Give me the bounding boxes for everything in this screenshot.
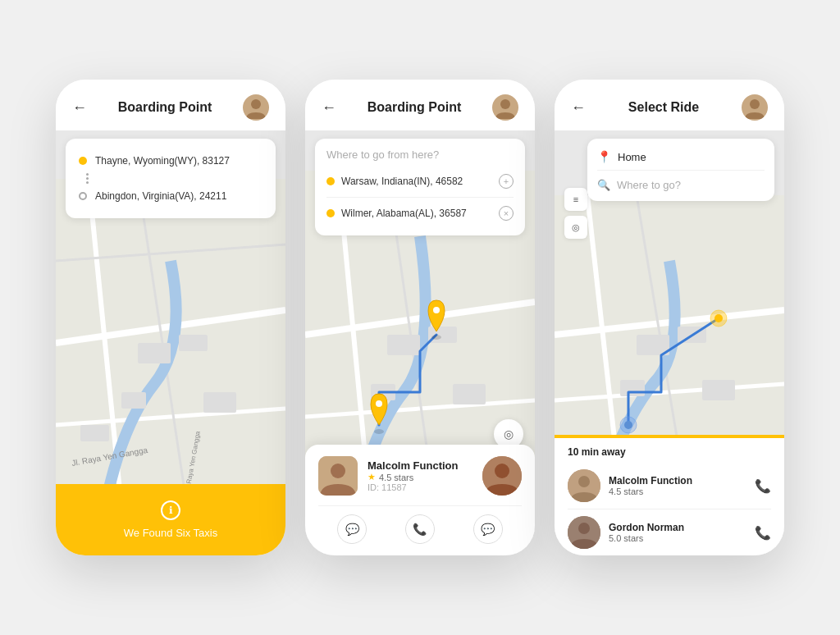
phone3-header: ← Select Ride — [555, 80, 784, 130]
waypoint-row-2: Wilmer, Alabama(AL), 36587 × — [326, 201, 514, 226]
phone2-search-placeholder: Where to go from here? — [326, 148, 514, 161]
phone3-search-icon: 🔍 — [597, 179, 610, 191]
driver2-name: Gordon Norman — [609, 522, 746, 533]
found-taxis-label: We Found Six Taxis — [124, 527, 217, 539]
svg-rect-12 — [203, 392, 236, 413]
phone2-avatar — [492, 94, 518, 121]
phone1-title: Boarding Point — [118, 100, 212, 115]
waypoint2-dot — [326, 209, 335, 217]
phone2-map: Jl. Raya Yen Gangga Where to go from her… — [305, 130, 535, 555]
waypoint2-remove-button[interactable]: × — [499, 206, 514, 221]
waypoint2-text: Wilmer, Alabama(AL), 36587 — [341, 208, 467, 219]
driver-photo — [318, 456, 358, 496]
svg-rect-23 — [428, 327, 457, 343]
svg-point-26 — [374, 429, 384, 434]
phone3-search-row[interactable]: 🔍 Where to go? — [597, 174, 765, 193]
phone3-title: Select Ride — [628, 100, 699, 115]
svg-rect-13 — [80, 425, 109, 441]
svg-point-53 — [578, 523, 590, 534]
phone1-avatar — [243, 94, 269, 121]
driver1-stars: 4.5 stars — [609, 487, 746, 496]
driver2-photo — [568, 516, 600, 549]
driver2-stars: 5.0 stars — [609, 533, 746, 543]
waypoint-row-1: Warsaw, Indiana(IN), 46582 + — [326, 169, 514, 194]
svg-rect-43 — [620, 380, 645, 396]
phone2-back-button[interactable]: ← — [322, 99, 336, 116]
time-away-label: 10 min away — [555, 438, 784, 463]
phone3-driver-list: 10 min away Malcolm Function 4.5 stars 📞 — [555, 435, 784, 555]
waypoint1-add-button[interactable]: + — [499, 174, 514, 189]
route-connector — [86, 173, 89, 184]
driver1-call-button[interactable]: 📞 — [755, 478, 771, 494]
phone3-map: Jl. Raya Yen Gangga ≡ ◎ 📍 Home 🔍 Where t… — [555, 130, 784, 555]
location-row-1: Thayne, Wyoming(WY), 83127 — [79, 150, 262, 171]
driver2-call-button[interactable]: 📞 — [755, 525, 771, 541]
phone-3: ← Select Ride — [555, 80, 784, 555]
origin-text: Thayne, Wyoming(WY), 83127 — [95, 155, 230, 167]
driver2-info: Gordon Norman 5.0 stars — [609, 522, 746, 543]
dest-text: Abingdon, Virginia(VA), 24211 — [95, 190, 226, 202]
driver-name: Malcolm Function — [368, 459, 472, 472]
chat-icon-right[interactable]: 💬 — [473, 514, 503, 544]
svg-point-0 — [251, 99, 261, 109]
svg-point-29 — [433, 307, 440, 313]
svg-point-35 — [750, 99, 760, 109]
driver-details: Malcolm Function ★ 4.5 stars ID: 11587 — [368, 459, 472, 492]
chat-icon-left[interactable]: 💬 — [337, 514, 367, 544]
passenger-photo — [482, 456, 522, 496]
phones-container: ← Boarding Point — [23, 47, 817, 588]
phone3-search-panel: 📍 Home 🔍 Where to go? — [587, 139, 774, 201]
svg-point-32 — [331, 464, 345, 478]
driver-list-item-2: Gordon Norman 5.0 stars 📞 — [555, 509, 784, 555]
dest-dot — [79, 192, 87, 200]
phone3-sidebar: ≡ ◎ — [564, 139, 587, 239]
star-icon: ★ — [368, 472, 376, 482]
driver-id: ID: 11587 — [368, 482, 472, 492]
phone2-header: ← Boarding Point — [305, 80, 535, 130]
waypoint1-text: Warsaw, Indiana(IN), 46582 — [341, 176, 463, 187]
svg-point-28 — [431, 335, 441, 340]
phone2-title: Boarding Point — [368, 100, 462, 115]
call-icon-center[interactable]: 📞 — [405, 514, 435, 544]
driver-actions: 💬 📞 💬 — [318, 505, 522, 544]
driver1-info: Malcolm Function 4.5 stars — [609, 475, 746, 496]
origin-dot — [79, 157, 87, 165]
svg-point-27 — [376, 400, 382, 407]
phone1-map: Jl. Raya Yen Gangga Jl. Raya Yen Gangga … — [56, 130, 285, 555]
driver1-photo — [568, 469, 600, 502]
phone-2: ← Boarding Point — [305, 80, 535, 555]
phone1-back-button[interactable]: ← — [72, 99, 87, 116]
svg-rect-9 — [138, 343, 171, 363]
svg-point-46 — [624, 421, 632, 429]
phone3-back-button[interactable]: ← — [571, 99, 586, 116]
location-row-2: Abingdon, Virginia(VA), 24211 — [79, 185, 262, 207]
location-target-button[interactable]: ◎ — [564, 216, 587, 239]
driver-list-item-1: Malcolm Function 4.5 stars 📞 — [555, 463, 784, 509]
home-location-row: 📍 Home — [597, 147, 765, 167]
phone1-found-taxis-button[interactable]: ℹ We Found Six Taxis — [56, 484, 285, 555]
svg-rect-11 — [121, 392, 146, 409]
svg-point-48 — [714, 314, 723, 322]
phone3-search-input: Where to go? — [617, 179, 681, 191]
phone-1: ← Boarding Point — [56, 80, 285, 555]
phone2-search-panel: Where to go from here? Warsaw, Indiana(I… — [315, 139, 525, 235]
svg-point-34 — [495, 464, 509, 478]
info-icon: ℹ — [161, 500, 180, 520]
waypoint1-dot — [326, 177, 335, 185]
svg-rect-22 — [387, 335, 420, 355]
svg-point-51 — [578, 476, 590, 487]
phone1-location-card: Thayne, Wyoming(WY), 83127 Abingdon, Vir… — [66, 139, 276, 218]
driver-stars: ★ 4.5 stars — [368, 472, 472, 482]
phone3-avatar — [742, 94, 768, 121]
driver1-name: Malcolm Function — [609, 475, 746, 487]
menu-button[interactable]: ≡ — [564, 188, 587, 211]
phone1-header: ← Boarding Point — [56, 80, 285, 130]
driver-info-row: Malcolm Function ★ 4.5 stars ID: 11587 — [318, 456, 522, 496]
phone2-driver-card: Malcolm Function ★ 4.5 stars ID: 11587 — [305, 445, 535, 555]
svg-point-16 — [500, 99, 510, 109]
home-pin-icon: 📍 — [597, 150, 611, 163]
home-location-text: Home — [618, 151, 646, 163]
svg-rect-44 — [702, 380, 735, 400]
svg-rect-25 — [453, 384, 486, 404]
svg-rect-10 — [179, 335, 208, 351]
